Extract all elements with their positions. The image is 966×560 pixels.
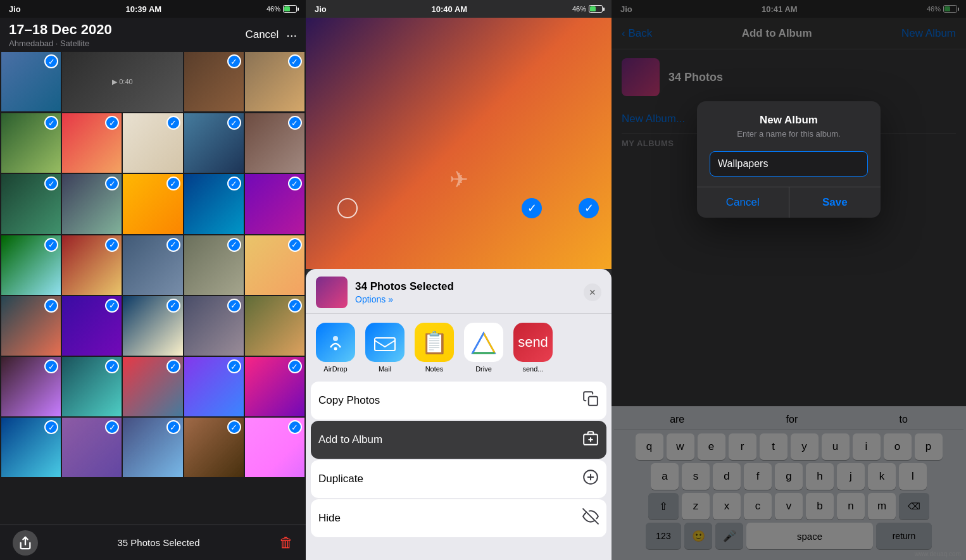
battery-icon-2 [589, 5, 603, 13]
add-to-album-icon [582, 430, 599, 450]
delete-button[interactable]: 🗑 [279, 535, 293, 551]
photo-cell[interactable]: ✓ [62, 113, 122, 173]
new-album-dialog-overlay: New Album Enter a name for this album. C… [612, 0, 966, 560]
main-photo-area: ✈ ✓ ✓ [306, 18, 612, 269]
photo-cell[interactable]: ✓ [1, 52, 61, 111]
photo-cell[interactable]: ✓ [1, 418, 61, 477]
dialog-cancel-button[interactable]: Cancel [697, 187, 789, 218]
dialog-subtitle: Enter a name for this album. [710, 129, 868, 139]
battery-1: 46% [267, 5, 297, 13]
photo-cell[interactable]: ✓ [1, 296, 61, 356]
photo-cell[interactable]: ✓ [62, 296, 122, 356]
photo-cell[interactable]: ✓ [1, 113, 61, 173]
more-label: send... [522, 365, 543, 373]
svg-marker-3 [473, 333, 495, 353]
photo-cell[interactable]: ✓ [184, 296, 244, 356]
hide-label: Hide [318, 512, 341, 525]
airdrop-icon [316, 323, 355, 362]
carrier-2: Jio [315, 4, 327, 14]
cancel-button[interactable]: Cancel [245, 28, 279, 41]
photo-cell[interactable]: ✓ [62, 174, 122, 233]
dialog-save-button[interactable]: Save [789, 187, 881, 218]
share-options-link[interactable]: Options » [355, 294, 576, 304]
date-range: 17–18 Dec 2020 Ahmedabad · Satellite [9, 22, 112, 48]
photo-cell[interactable]: ✓ [184, 235, 244, 295]
duplicate-icon [582, 469, 599, 489]
time-1: 10:39 AM [126, 4, 162, 14]
share-sheet-header: 34 Photos Selected Options » ✕ [306, 269, 612, 314]
mail-icon [365, 323, 405, 362]
photo-cell[interactable]: ✓ [245, 174, 304, 233]
share-title-area: 34 Photos Selected Options » [348, 280, 584, 304]
share-action-list: Copy Photos Add to Album [306, 382, 612, 537]
notes-app[interactable]: 📋 Notes [415, 323, 454, 373]
selected-circle-2: ✓ [579, 198, 599, 218]
dialog-title: New Album [710, 114, 868, 127]
dialog-title-area: New Album Enter a name for this album. [697, 101, 881, 145]
photo-cell[interactable]: ✓ [62, 418, 122, 477]
duplicate-action[interactable]: Duplicate [311, 460, 606, 498]
photo-cell[interactable]: ✓ [123, 113, 182, 173]
hide-action[interactable]: Hide [311, 499, 606, 537]
photo-cell[interactable]: ✓ [184, 113, 244, 173]
photo-cell[interactable]: ✓ [62, 235, 122, 295]
photo-cell[interactable]: ✓ [62, 357, 122, 416]
photo-cell[interactable]: ✓ [245, 52, 304, 111]
photo-cell[interactable]: ✓ [184, 52, 244, 111]
photo-cell[interactable]: ✓ [245, 235, 304, 295]
photo-cell[interactable]: ✓ [245, 113, 304, 173]
photo-cell[interactable]: ✓ [184, 418, 244, 477]
selected-circle-1: ✓ [522, 198, 542, 218]
airdrop-app[interactable]: AirDrop [316, 323, 355, 373]
photo-cell[interactable]: ▶ 0:40 [62, 52, 182, 112]
photo-cell[interactable]: ✓ [123, 357, 182, 416]
photo-cell[interactable]: ✓ [123, 418, 182, 477]
album-name-input[interactable] [710, 151, 868, 177]
copy-photos-icon [582, 390, 599, 411]
photo-cell[interactable]: ✓ [245, 418, 304, 477]
share-button[interactable] [13, 530, 38, 556]
photo-cell[interactable]: ✓ [123, 296, 182, 356]
new-album-dialog: New Album Enter a name for this album. C… [697, 101, 881, 218]
close-share-button[interactable]: ✕ [584, 283, 601, 301]
panel-share-sheet: Jio 10:40 AM 46% ✈ ✓ ✓ 34 Photos Selecte… [306, 0, 612, 560]
drive-icon [464, 323, 503, 362]
photo-cell[interactable]: ✓ [245, 296, 304, 356]
battery-icon-1 [283, 5, 297, 13]
panel-add-to-album: Jio 10:41 AM 46% ‹ Back Add to Album New… [612, 0, 966, 560]
carrier-1: Jio [9, 4, 21, 14]
photo-cell[interactable]: ✓ [1, 235, 61, 295]
notes-label: Notes [425, 365, 444, 373]
mail-app[interactable]: Mail [365, 323, 405, 373]
notes-icon: 📋 [415, 323, 454, 362]
photo-header: 17–18 Dec 2020 Ahmedabad · Satellite Can… [0, 18, 306, 51]
photo-cell[interactable]: ✓ [123, 235, 182, 295]
photo-cell[interactable]: ✓ [123, 174, 182, 233]
photo-cell[interactable]: ✓ [245, 357, 304, 416]
selected-count: 35 Photos Selected [117, 537, 199, 548]
copy-photos-action[interactable]: Copy Photos [311, 382, 606, 420]
dialog-buttons: Cancel Save [697, 187, 881, 218]
svg-rect-2 [375, 338, 395, 351]
copy-photos-label: Copy Photos [318, 394, 380, 407]
photo-cell[interactable]: ✓ [184, 174, 244, 233]
photo-grid: ✓ ▶ 0:40 ✓ ✓ ✓ ✓ ✓ ✓ ✓ ✓ ✓ ✓ ✓ ✓ ✓ ✓ ✓ ✓… [0, 51, 306, 478]
more-button[interactable]: ··· [286, 28, 297, 42]
share-apps-row: AirDrop Mail 📋 Notes [306, 314, 612, 382]
bottom-bar: 35 Photos Selected 🗑 [0, 525, 306, 560]
dialog-input-area [697, 145, 881, 187]
photo-cell[interactable]: ✓ [184, 357, 244, 416]
drive-label: Drive [475, 365, 492, 373]
share-title: 34 Photos Selected [355, 280, 576, 293]
share-thumbnail [316, 277, 348, 308]
status-bar-1: Jio 10:39 AM 46% [0, 0, 306, 18]
add-to-album-action[interactable]: Add to Album [311, 421, 606, 459]
drive-app[interactable]: Drive [464, 323, 503, 373]
svg-rect-5 [589, 397, 598, 406]
panel-photo-grid: Jio 10:39 AM 46% 17–18 Dec 2020 Ahmedaba… [0, 0, 306, 560]
photo-cell[interactable]: ✓ [1, 357, 61, 416]
time-2: 10:40 AM [432, 4, 468, 14]
photo-cell[interactable]: ✓ [1, 174, 61, 233]
more-app[interactable]: send send... [513, 323, 553, 373]
duplicate-label: Duplicate [318, 473, 363, 485]
